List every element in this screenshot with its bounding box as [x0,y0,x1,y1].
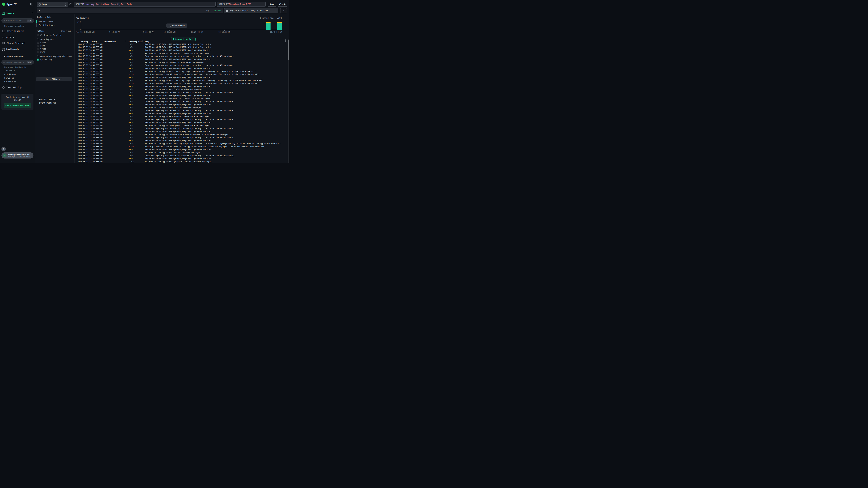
chevron-up-icon[interactable] [32,48,33,51]
expand-row-icon[interactable] [75,122,79,124]
preset-dashboard-link[interactable]: Results Table [39,98,55,101]
expand-row-icon[interactable] [75,70,79,72]
expand-row-icon[interactable] [75,116,79,118]
filter-option[interactable]: info [37,44,72,47]
table-row[interactable]: May 16 11:38:40.683 AM error Output para… [74,145,289,148]
expand-row-icon[interactable] [75,64,79,66]
table-row[interactable]: May 16 11:38:40.683 AM info Those messag… [74,64,289,67]
filter-option[interactable]: trace [37,47,72,50]
table-row[interactable]: May 16 11:38:40.683 AM info ASL Module "… [74,97,289,100]
table-row[interactable]: May 16 11:38:40.683 AM info Those messag… [74,118,289,121]
table-row[interactable]: May 16 11:38:40.683 AM warn May 16 00:30… [74,121,289,124]
column-resize-handle[interactable] [143,40,143,42]
table-row[interactable]: May 16 11:38:40.683 AM info ASL Module "… [74,124,289,127]
analysis-mode-results-table[interactable]: Results Table [36,20,70,23]
table-row[interactable]: May 16 11:38:40.683 AM info May 16 00:21… [74,43,289,46]
table-row[interactable]: May 16 11:38:40.683 AM info ASL Module "… [74,151,289,154]
sidebar-item-search[interactable]: Search [2,12,33,14]
expand-row-icon[interactable] [75,86,79,88]
table-row[interactable]: May 16 11:38:40.683 AM info Those messag… [74,136,289,139]
table-row[interactable]: May 16 11:38:40.683 AM info ASL Module "… [74,115,289,118]
table-row[interactable]: May 16 11:38:40.683 AM warn May 16 00:30… [74,139,289,142]
expand-row-icon[interactable] [75,46,79,48]
help-button[interactable]: ? [1,147,6,151]
expand-row-icon[interactable] [75,50,79,51]
table-row[interactable]: May 16 11:38:40.683 AM trace ASL Module … [74,160,289,163]
table-row[interactable]: May 16 11:38:40.683 AM warn May 16 00:30… [74,76,289,79]
query-settings-gear-icon[interactable] [69,2,72,5]
table-row[interactable]: May 16 11:38:40.683 AM info ASL Module "… [74,133,289,136]
expand-row-icon[interactable] [75,119,79,121]
presets-toggle[interactable]: PRESETS [4,70,15,72]
table-row[interactable]: May 16 11:38:40.683 AM warn May 16 00:30… [74,103,289,106]
alerts-button[interactable]: Alerts [278,2,287,7]
expand-row-icon[interactable] [75,130,79,132]
table-row[interactable]: May 16 11:38:40.683 AM info Those messag… [74,154,289,157]
chart-bar[interactable] [277,22,282,30]
expand-row-icon[interactable] [75,149,79,151]
expand-row-icon[interactable] [75,97,79,99]
expand-row-icon[interactable] [75,134,79,135]
denoise-checkbox[interactable] [37,34,39,36]
table-row[interactable]: May 16 11:38:40.683 AM info ASL Module "… [74,142,289,145]
table-row[interactable]: May 16 11:38:40.683 AM warn May 16 00:30… [74,67,289,70]
column-resize-handle[interactable] [126,40,126,42]
filter-checkbox[interactable] [37,45,39,47]
table-row[interactable]: May 16 11:38:40.683 AM info ASL Module "… [74,79,289,82]
filter-checkbox[interactable] [37,42,39,44]
table-row[interactable]: May 16 11:38:40.683 AM warn May 16 00:30… [74,58,289,61]
filter-option[interactable]: system.log [37,58,72,61]
preset-dashboard-link[interactable]: Clickhouse [4,73,16,75]
expand-row-icon[interactable] [75,104,79,105]
table-row[interactable]: May 16 11:38:40.683 AM info ASL Module "… [74,70,289,73]
saved-searches-input[interactable]: Saved Searches ⌘ K [1,19,34,23]
table-row[interactable]: May 16 11:38:40.683 AM info Those messag… [74,55,289,58]
expand-row-icon[interactable] [75,67,79,69]
language-toggle-sql[interactable]: SQL [206,9,210,12]
table-options-kebab-icon[interactable] [285,39,285,42]
expand-row-icon[interactable] [75,53,79,55]
expand-row-icon[interactable] [75,139,79,141]
table-row[interactable]: May 16 11:38:40.683 AM error Output para… [74,82,289,85]
less-filters-button[interactable]: Less filters [36,77,72,81]
expand-row-icon[interactable] [75,100,79,102]
expand-row-icon[interactable] [75,88,79,90]
filter-checkbox[interactable] [37,59,39,61]
expand-row-icon[interactable] [75,106,79,108]
table-row[interactable]: May 16 11:38:40.683 AM info ASL Module "… [74,61,289,64]
table-row[interactable]: May 16 11:38:40.683 AM warn May 16 00:30… [74,85,289,88]
expand-row-icon[interactable] [75,83,79,85]
expand-row-icon[interactable] [75,61,79,63]
run-query-button[interactable]: ▷ [280,8,287,13]
table-row[interactable]: May 16 11:38:40.683 AM info Those messag… [74,91,289,94]
sidebar-item-dashboards[interactable]: Dashboards [2,48,33,51]
table-row[interactable]: May 16 11:38:40.683 AM warn May 16 00:30… [74,49,289,52]
table-row[interactable]: May 16 11:38:40.683 AM warn May 16 00:30… [74,130,289,133]
table-row[interactable]: May 16 11:38:40.683 AM warn May 16 00:30… [74,157,289,160]
time-range-picker[interactable]: May 16 08:41:51 - May 16 11:41:51 [224,8,278,13]
preset-dashboard-link[interactable]: Event Patterns [39,102,56,104]
table-row[interactable]: May 16 11:38:40.683 AM warn May 16 00:30… [74,148,289,151]
search-query-input[interactable]: * SQL | Lucene [37,8,223,13]
sidebar-item-client-sessions[interactable]: Client Sessions [2,42,33,44]
expand-row-icon[interactable] [75,161,79,163]
logfile-group-header[interactable]: LogAttributes['log.file.nam Clear [37,55,72,58]
table-row[interactable]: May 16 11:38:40.683 AM error Output para… [74,73,289,76]
expand-row-icon[interactable] [75,95,79,97]
table-row[interactable]: May 16 11:38:40.683 AM warn May 16 00:30… [74,94,289,97]
sidebar-item-team-settings[interactable]: Team Settings [2,86,33,89]
expand-row-icon[interactable] [75,152,79,154]
expand-row-icon[interactable] [75,73,79,75]
expand-row-icon[interactable] [75,125,79,127]
expand-row-icon[interactable] [75,155,79,157]
column-resize-handle[interactable] [102,40,102,42]
expand-row-icon[interactable] [75,55,79,57]
expand-row-icon[interactable] [75,146,79,148]
expand-row-icon[interactable] [75,43,79,45]
order-by-input[interactable]: ORDER BY TimestampTime DESC [217,2,266,7]
get-started-button[interactable]: Get Started for Free [4,103,31,108]
table-row[interactable]: May 16 11:38:40.683 AM info Those messag… [74,127,289,130]
view-events-button[interactable]: View Events [166,24,187,28]
expand-row-icon[interactable] [75,128,79,130]
col-servicename[interactable]: ServiceName [104,41,129,43]
